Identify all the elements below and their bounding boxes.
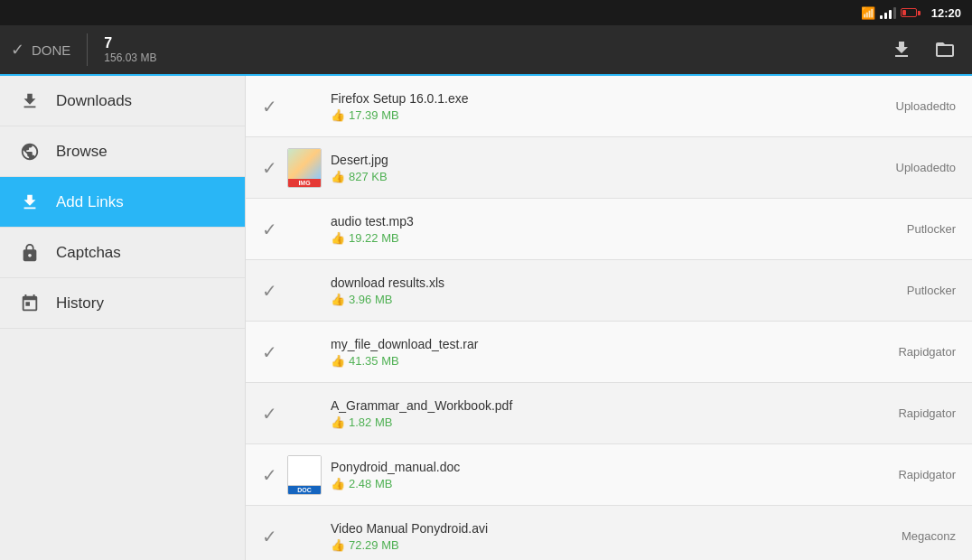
file-checkbox[interactable]: ✓ <box>253 526 285 547</box>
thumbs-up-icon: 👍 <box>331 538 345 552</box>
file-name: Desert.jpg <box>331 153 880 167</box>
sidebar-item-add-links[interactable]: Add Links <box>0 177 245 228</box>
sidebar-item-browse[interactable]: Browse <box>0 126 245 177</box>
check-icon: ✓ <box>262 526 277 547</box>
file-size-row: 👍 41.35 MB <box>331 354 880 368</box>
list-item[interactable]: ✓ Firefox Setup 16.0.1.exe 👍 17.39 MB Up… <box>246 76 972 137</box>
file-name: A_Grammar_and_Workbook.pdf <box>331 398 880 413</box>
file-info: my_file_download_test.rar 👍 41.35 MB <box>331 337 880 368</box>
check-icon: ✓ <box>262 96 277 117</box>
file-thumbnail-placeholder <box>285 210 323 248</box>
file-size-row: 👍 17.39 MB <box>331 108 880 122</box>
file-size: 17.39 MB <box>349 108 399 122</box>
thumbs-up-icon: 👍 <box>331 108 345 122</box>
check-icon: ✓ <box>262 219 277 240</box>
file-source: Putlocker <box>880 284 961 297</box>
file-checkbox[interactable]: ✓ <box>253 403 285 425</box>
check-icon: ✓ <box>262 403 277 425</box>
thumbs-up-icon: 👍 <box>331 477 345 490</box>
file-info: Desert.jpg 👍 827 KB <box>331 153 880 183</box>
file-checkbox[interactable]: ✓ <box>253 96 285 117</box>
folder-open-button[interactable] <box>929 33 961 66</box>
list-item[interactable]: ✓ Video Manual Ponydroid.avi 👍 72.29 MB … <box>246 506 972 560</box>
file-size: 3.96 MB <box>349 293 392 306</box>
file-checkbox[interactable]: ✓ <box>253 219 285 240</box>
list-item[interactable]: ✓ my_file_download_test.rar 👍 41.35 MB R… <box>246 322 972 383</box>
list-item[interactable]: ✓ A_Grammar_and_Workbook.pdf 👍 1.82 MB R… <box>246 383 972 444</box>
file-size: 2.48 MB <box>349 477 392 490</box>
add-links-icon <box>18 192 42 212</box>
file-name: Video Manual Ponydroid.avi <box>331 521 880 536</box>
list-item[interactable]: ✓ download results.xls 👍 3.96 MB Putlock… <box>246 260 972 322</box>
file-info: A_Grammar_and_Workbook.pdf 👍 1.82 MB <box>331 398 880 429</box>
file-count: 7 <box>104 35 156 51</box>
sidebar-label-downloads: Downloads <box>56 92 132 110</box>
thumbs-up-icon: 👍 <box>331 354 345 368</box>
file-source: Rapidgator <box>880 468 961 481</box>
list-item[interactable]: ✓ audio test.mp3 👍 19.22 MB Putlocker <box>246 199 972 260</box>
file-size-row: 👍 72.29 MB <box>331 538 880 552</box>
done-check-icon: ✓ <box>11 40 24 60</box>
download-button[interactable] <box>885 33 918 66</box>
file-name: audio test.mp3 <box>331 214 880 229</box>
file-name: Firefox Setup 16.0.1.exe <box>331 91 880 106</box>
file-checkbox[interactable]: ✓ <box>253 464 285 486</box>
sidebar-item-captchas[interactable]: Captchas <box>0 228 245 278</box>
file-size-row: 👍 827 KB <box>331 170 880 183</box>
file-thumbnail-placeholder <box>285 333 323 371</box>
list-item[interactable]: ✓ IMG Desert.jpg 👍 827 KB Uploadedto <box>246 137 972 199</box>
list-item[interactable]: ✓ DOC Ponydroid_manual.doc 👍 2.48 MB Rap… <box>246 444 972 506</box>
file-size-row: 👍 2.48 MB <box>331 477 880 490</box>
browse-icon <box>18 142 42 162</box>
file-source: Uploadedto <box>880 99 961 113</box>
sidebar-item-history[interactable]: History <box>0 278 245 329</box>
file-name: my_file_download_test.rar <box>331 337 880 351</box>
wifi-icon: 📶 <box>861 6 875 20</box>
file-thumbnail-placeholder <box>285 272 323 310</box>
check-icon: ✓ <box>262 341 277 363</box>
main-area: Downloads Browse Add Links <box>0 76 972 560</box>
sidebar-label-captchas: Captchas <box>56 244 121 262</box>
file-info: audio test.mp3 👍 19.22 MB <box>331 214 880 245</box>
thumbs-up-icon: 👍 <box>331 231 345 245</box>
sidebar-label-history: History <box>56 294 104 313</box>
thumbs-up-icon: 👍 <box>331 415 345 429</box>
done-section: ✓ DONE <box>11 40 70 60</box>
status-bar: 📶 12:20 <box>0 0 972 25</box>
check-icon: ✓ <box>262 464 277 486</box>
file-source: Uploadedto <box>880 161 961 174</box>
file-name: download results.xls <box>331 275 880 290</box>
file-info: Ponydroid_manual.doc 👍 2.48 MB <box>331 460 880 490</box>
file-size: 19.22 MB <box>349 231 399 245</box>
file-thumbnail: DOC <box>285 456 323 494</box>
captchas-icon <box>18 243 42 263</box>
file-source: Putlocker <box>880 222 961 236</box>
sidebar-item-downloads[interactable]: Downloads <box>0 76 245 126</box>
file-size-row: 👍 3.96 MB <box>331 293 880 306</box>
file-source: Rapidgator <box>880 345 961 359</box>
file-checkbox[interactable]: ✓ <box>253 280 285 302</box>
check-icon: ✓ <box>262 280 277 302</box>
file-size: 41.35 MB <box>349 354 399 368</box>
battery-icon <box>901 8 921 17</box>
check-icon: ✓ <box>262 157 277 179</box>
file-thumbnail-placeholder <box>285 88 323 126</box>
file-checkbox[interactable]: ✓ <box>253 341 285 363</box>
file-size: 827 KB <box>349 170 388 183</box>
file-info: Video Manual Ponydroid.avi 👍 72.29 MB <box>331 521 880 552</box>
file-size-row: 👍 19.22 MB <box>331 231 880 245</box>
file-list: ✓ Firefox Setup 16.0.1.exe 👍 17.39 MB Up… <box>246 76 972 560</box>
file-thumbnail: IMG <box>285 149 323 187</box>
file-size: 1.82 MB <box>349 415 392 429</box>
sidebar: Downloads Browse Add Links <box>0 76 246 560</box>
toolbar-divider <box>87 33 88 66</box>
thumbs-up-icon: 👍 <box>331 293 345 306</box>
file-info: Firefox Setup 16.0.1.exe 👍 17.39 MB <box>331 91 880 122</box>
toolbar: ✓ DONE 7 156.03 MB <box>0 25 972 76</box>
file-checkbox[interactable]: ✓ <box>253 157 285 179</box>
done-label[interactable]: DONE <box>32 42 70 58</box>
clock: 12:20 <box>931 6 961 20</box>
status-icons: 📶 <box>861 6 921 20</box>
file-name: Ponydroid_manual.doc <box>331 460 880 474</box>
file-source: Megaconz <box>880 529 961 543</box>
